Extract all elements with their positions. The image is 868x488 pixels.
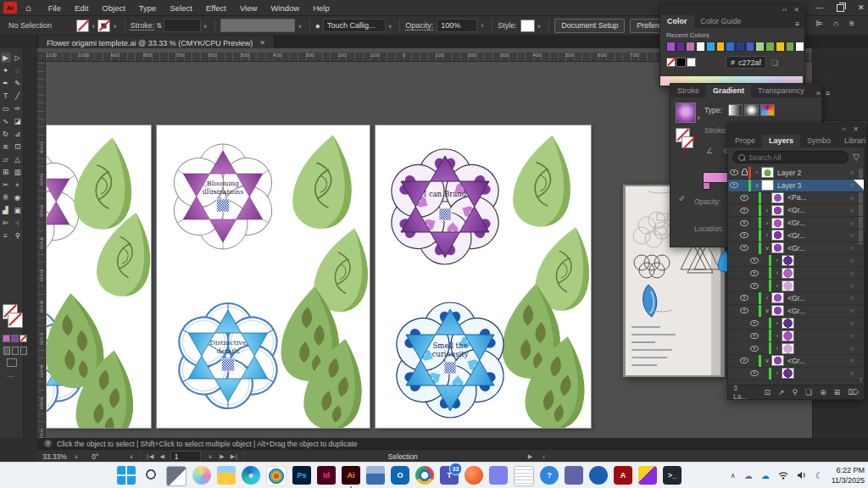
- restore-button[interactable]: [837, 4, 844, 12]
- layer-thumbnail[interactable]: [771, 218, 784, 229]
- layer-name[interactable]: Layer 3: [777, 181, 846, 190]
- prev-artboard-icon[interactable]: ◀: [159, 453, 164, 460]
- expand-toggle-icon[interactable]: ›: [773, 346, 782, 352]
- layer-row-group[interactable]: ∨ <Gr... ○: [728, 305, 864, 318]
- copy-hex-icon[interactable]: ❏: [771, 58, 778, 67]
- layer-row-group[interactable]: ∨ <Gr... ○: [728, 355, 864, 368]
- layer-thumbnail[interactable]: [782, 268, 794, 279]
- layer-name[interactable]: Layer 2: [777, 169, 846, 177]
- layer-thumbnail[interactable]: [761, 180, 774, 191]
- symbol-sprayer-tool[interactable]: ※: [1, 192, 11, 202]
- layer-name[interactable]: <Gr...: [787, 206, 846, 214]
- fill-caret-icon[interactable]: ∨: [92, 23, 95, 29]
- menu-view[interactable]: View: [233, 0, 264, 15]
- visibility-toggle[interactable]: [748, 320, 760, 326]
- curvature-tool[interactable]: ✎: [13, 78, 23, 88]
- direct-selection-tool[interactable]: ▷: [13, 53, 23, 63]
- visibility-toggle[interactable]: [738, 245, 750, 251]
- eraser-tool[interactable]: ◪: [13, 116, 23, 126]
- layer-name[interactable]: <Pa...: [787, 193, 846, 202]
- menu-object[interactable]: Object: [95, 0, 131, 15]
- acrobat-app[interactable]: A: [614, 466, 632, 485]
- visibility-toggle[interactable]: [728, 182, 740, 188]
- collect-for-export-button[interactable]: ⊡: [764, 388, 771, 396]
- zoom-caret-icon[interactable]: ∨: [75, 453, 78, 459]
- layer-row-group[interactable]: › <Gr... ○: [728, 217, 864, 230]
- target-circle-icon[interactable]: ○: [846, 294, 858, 302]
- layer-row-item[interactable]: › ○: [728, 368, 864, 380]
- brush-definition-field[interactable]: Touch Callig...: [323, 19, 386, 32]
- onedrive-icon[interactable]: ☁: [761, 471, 770, 480]
- stroke-weight-label[interactable]: Stroke:: [131, 21, 155, 30]
- swatch-white-2[interactable]: [795, 42, 804, 52]
- tab-stroke[interactable]: Stroke: [670, 85, 706, 97]
- tab-libraries[interactable]: Librari: [837, 135, 868, 147]
- layer-name[interactable]: <Gr...: [787, 231, 846, 240]
- help-icon[interactable]: ?: [44, 440, 52, 447]
- visibility-toggle[interactable]: [728, 169, 740, 175]
- type-tool[interactable]: T: [1, 91, 11, 101]
- last-artboard-icon[interactable]: ▶|: [231, 453, 238, 460]
- lasso-tool[interactable]: ◌: [13, 65, 23, 75]
- layer-row-item[interactable]: › ○: [728, 330, 864, 342]
- copilot-app[interactable]: [192, 466, 211, 485]
- swatch-green[interactable]: [765, 42, 775, 52]
- expand-toggle-icon[interactable]: ∨: [763, 358, 771, 364]
- expand-toggle-icon[interactable]: ›: [763, 220, 771, 226]
- photos-app[interactable]: [266, 466, 287, 486]
- rectangle-tool[interactable]: ▭: [1, 103, 11, 114]
- target-circle-icon[interactable]: ○: [846, 231, 858, 239]
- expand-toggle-icon[interactable]: ›: [773, 320, 782, 326]
- shape-builder-tool[interactable]: ▱: [1, 154, 11, 164]
- illustrator-app[interactable]: Ai: [342, 466, 360, 485]
- teams-app[interactable]: T 33: [440, 466, 459, 485]
- target-circle-icon[interactable]: ○: [846, 207, 858, 214]
- layer-thumbnail[interactable]: [782, 368, 794, 379]
- panel-menu-icon[interactable]: ≡: [826, 89, 834, 97]
- layer-row-item[interactable]: › ○: [728, 267, 864, 280]
- status-expand-icon[interactable]: ▶: [528, 453, 532, 460]
- layer-row-group[interactable]: › <Gr... ○: [728, 230, 864, 242]
- target-circle-icon[interactable]: ○: [846, 257, 858, 264]
- visibility-toggle[interactable]: [748, 333, 760, 339]
- gradient-angle-icon[interactable]: ∠: [706, 147, 713, 155]
- layer-name[interactable]: <Gr...: [787, 307, 846, 315]
- layer-name[interactable]: <Gr...: [787, 219, 846, 227]
- freeform-gradient-type-button[interactable]: [760, 104, 775, 116]
- visibility-toggle[interactable]: [738, 358, 750, 363]
- variable-width-profile[interactable]: [220, 19, 295, 32]
- visibility-toggle[interactable]: [738, 232, 750, 238]
- perspective-grid-tool[interactable]: △: [13, 154, 23, 164]
- expand-toggle-icon[interactable]: ›: [753, 169, 761, 175]
- tab-transparency[interactable]: Transparency: [751, 85, 811, 97]
- target-circle-icon[interactable]: ○: [846, 269, 858, 277]
- help-chat-app[interactable]: ?: [540, 466, 559, 485]
- opacity-label[interactable]: Opacity:: [405, 21, 433, 30]
- opacity-field[interactable]: 100%: [437, 19, 477, 32]
- locate-object-button[interactable]: ⚲: [793, 388, 798, 396]
- tab-properties[interactable]: Prope: [728, 135, 762, 147]
- scale-tool[interactable]: ⊿: [13, 129, 23, 139]
- artboard-caret-icon[interactable]: ∨: [209, 453, 212, 459]
- task-view-button[interactable]: [166, 466, 186, 486]
- menu-help[interactable]: Help: [306, 0, 337, 15]
- layer-row-item[interactable]: › ○: [728, 280, 864, 292]
- expand-toggle-icon[interactable]: ›: [773, 283, 782, 289]
- close-tab-icon[interactable]: ✕: [259, 39, 265, 47]
- artboard-2[interactable]: Blooming illustrations Distinctive detai…: [157, 125, 370, 428]
- design-tool-app[interactable]: [638, 466, 657, 485]
- tab-gradient[interactable]: Gradient: [706, 85, 751, 97]
- export-button[interactable]: ↗: [778, 388, 785, 396]
- line-segment-tool[interactable]: ╱: [13, 91, 23, 101]
- cloud-icon[interactable]: ☁: [744, 471, 753, 480]
- shaper-tool[interactable]: ∿: [1, 116, 11, 126]
- lock-toggle[interactable]: [740, 169, 748, 177]
- search-button[interactable]: [142, 466, 160, 485]
- eyedropper-tool[interactable]: ⌖: [13, 180, 23, 190]
- collapse-panel-icon[interactable]: ‹‹: [842, 125, 846, 133]
- layer-thumbnail[interactable]: [771, 305, 784, 316]
- gradient-swatch[interactable]: [676, 103, 696, 123]
- office-app[interactable]: [465, 466, 483, 485]
- free-transform-tool[interactable]: ⊡: [13, 141, 23, 152]
- notepad-app[interactable]: [514, 466, 534, 486]
